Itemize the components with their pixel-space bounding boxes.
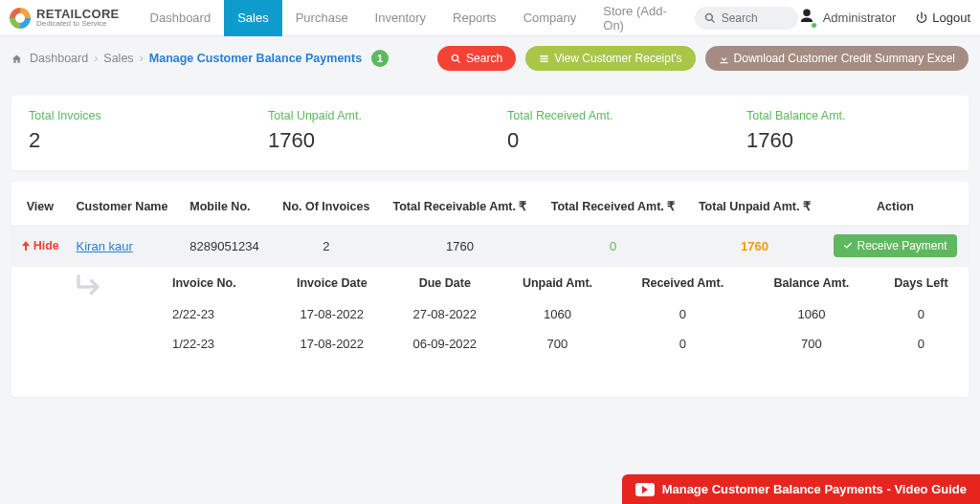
hide-toggle[interactable]: Hide — [21, 239, 59, 252]
search-icon — [704, 12, 716, 24]
nav-reports[interactable]: Reports — [439, 0, 510, 36]
summary-value: 2 — [29, 128, 234, 153]
summary-label: Total Unpaid Amt. — [268, 109, 473, 122]
nav-inventory[interactable]: Inventory — [362, 0, 439, 36]
main-nav: Dashboard Sales Purchase Inventory Repor… — [137, 0, 687, 36]
account-menu[interactable]: Administrator — [798, 8, 897, 28]
video-guide-button[interactable]: Manage Customer Balance Payments - Video… — [622, 474, 980, 504]
nav-company[interactable]: Company — [510, 0, 590, 36]
account-name: Administrator — [823, 11, 897, 25]
cell-received: 0 — [539, 225, 687, 267]
nav-sales[interactable]: Sales — [224, 0, 282, 36]
col-view: View — [11, 187, 69, 225]
customer-link[interactable]: Kiran kaur — [77, 239, 133, 253]
breadcrumb: Dashboard › Sales › Manage Customer Bala… — [11, 50, 389, 67]
crumb-home[interactable]: Dashboard — [30, 52, 88, 65]
global-search[interactable] — [695, 7, 798, 30]
check-icon — [843, 241, 853, 251]
receive-payment-button[interactable]: Receive Payment — [834, 234, 956, 257]
home-icon — [11, 54, 22, 64]
col-received: Total Received Amt. ₹ — [539, 187, 687, 225]
brand-logo[interactable]: RETAILCORE Dedicated to Service — [10, 8, 120, 29]
col-invoices: No. Of Invoices — [272, 187, 381, 225]
table-row: Hide Kiran kaur 8289051234 2 1760 0 1760… — [11, 225, 969, 267]
logout-button[interactable]: Logout — [915, 11, 970, 25]
search-input[interactable] — [722, 11, 789, 25]
crumb-badge: 1 — [371, 50, 389, 67]
col-customer: Customer Name — [69, 187, 183, 225]
download-excel-button[interactable]: Download Customer Credit Summary Excel — [705, 46, 969, 71]
top-bar: RETAILCORE Dedicated to Service Dashboar… — [0, 0, 980, 36]
power-icon — [915, 11, 928, 25]
cell-receivable: 1760 — [381, 225, 540, 267]
summary-label: Total Invoices — [29, 109, 234, 122]
brand-tagline: Dedicated to Service — [36, 20, 120, 28]
dcol-balance: Balance Amt. — [749, 267, 874, 299]
dcol-invdate: Invoice Date — [273, 267, 390, 299]
search-button[interactable]: Search — [437, 46, 516, 71]
dcol-unpaid: Unpaid Amt. — [499, 267, 615, 299]
col-action: Action — [822, 187, 969, 225]
invoice-row: 2/22-23 17-08-2022 27-08-2022 1060 0 106… — [165, 299, 969, 329]
cell-mobile: 8289051234 — [182, 225, 272, 267]
logo-icon — [10, 8, 31, 29]
nav-purchase[interactable]: Purchase — [282, 0, 362, 36]
dcol-daysleft: Days Left — [874, 267, 969, 299]
child-arrow-icon — [72, 273, 104, 301]
summary-value: 1760 — [268, 128, 473, 153]
customer-table: View Customer Name Mobile No. No. Of Inv… — [11, 187, 969, 359]
summary-value: 1760 — [746, 128, 951, 153]
nav-dashboard[interactable]: Dashboard — [137, 0, 225, 36]
crumb-action-row: Dashboard › Sales › Manage Customer Bala… — [0, 36, 980, 80]
summary-value: 0 — [507, 128, 712, 153]
crumb-current: Manage Customer Balance Payments — [149, 52, 362, 65]
summary-card: Total Invoices2 Total Unpaid Amt.1760 To… — [11, 96, 969, 170]
col-mobile: Mobile No. — [182, 187, 272, 225]
dcol-received: Received Amt. — [616, 267, 749, 299]
invoice-row: 1/22-23 17-08-2022 06-09-2022 700 0 700 … — [165, 329, 969, 359]
list-icon — [539, 54, 549, 64]
dcol-invoice: Invoice No. — [165, 267, 273, 299]
user-icon — [798, 8, 815, 28]
view-receipts-button[interactable]: View Customer Receipt's — [525, 46, 695, 71]
download-icon — [719, 54, 729, 64]
summary-label: Total Balance Amt. — [746, 109, 951, 122]
arrow-up-icon — [21, 241, 31, 251]
col-unpaid: Total Unpaid Amt. ₹ — [687, 187, 822, 225]
search-icon — [451, 54, 461, 64]
crumb-sales[interactable]: Sales — [103, 52, 133, 65]
summary-label: Total Received Amt. — [507, 109, 712, 122]
youtube-icon — [635, 483, 655, 496]
dcol-duedate: Due Date — [390, 267, 499, 299]
col-receivable: Total Receivable Amt. ₹ — [381, 187, 540, 225]
detail-row: Invoice No. Invoice Date Due Date Unpaid… — [11, 267, 969, 359]
cell-unpaid: 1760 — [687, 225, 822, 267]
balance-table-card: View Customer Name Mobile No. No. Of Inv… — [11, 182, 969, 397]
invoice-detail-table: Invoice No. Invoice Date Due Date Unpaid… — [165, 267, 969, 359]
cell-invoices: 2 — [272, 225, 381, 267]
nav-store-addon[interactable]: Store (Add-On) — [590, 0, 686, 36]
